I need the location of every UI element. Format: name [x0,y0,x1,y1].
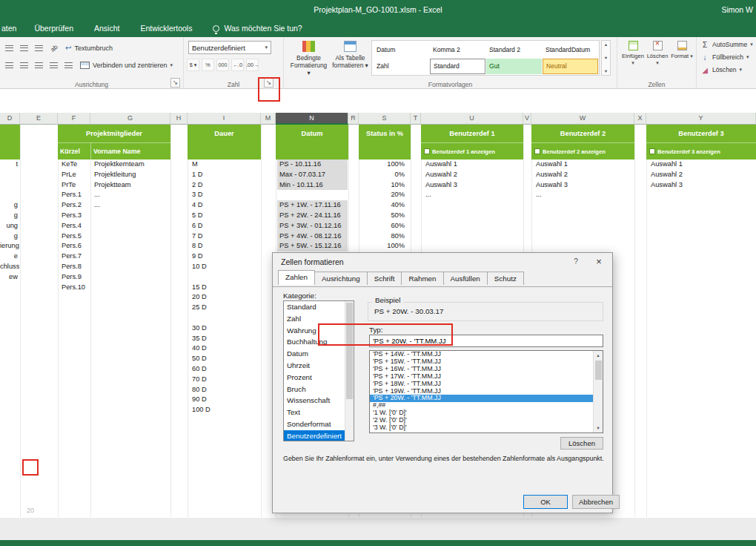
category-item[interactable]: Text [284,407,345,418]
col-header-e[interactable]: E [20,113,58,125]
cell[interactable]: 70 D [190,375,261,385]
cell[interactable]: ... [92,200,170,211]
col-header-d[interactable]: D [0,113,20,125]
ok-button[interactable]: OK [523,495,568,509]
dialog-tab[interactable]: Zahlen [278,270,315,285]
cell[interactable] [277,190,348,200]
cell[interactable]: g [0,200,19,211]
cell[interactable] [0,170,19,180]
align-left-icon[interactable] [3,59,16,71]
dialog-tab[interactable]: Ausfüllen [443,272,488,285]
cell[interactable]: 100% [359,241,408,251]
insert-cells-button[interactable]: Einfügen ▾ [621,41,645,66]
cell[interactable]: 60% [359,221,408,231]
cell[interactable]: e [0,251,19,262]
cell[interactable]: Min - 10.11.16 [277,180,348,191]
cell[interactable]: Auswahl 3 [423,180,523,191]
col-header-n-selected[interactable]: N [276,113,348,125]
cell[interactable]: Auswahl 3 [649,180,756,191]
cell[interactable]: Pers.8 [59,262,90,272]
col-header-y[interactable]: Y [646,113,756,125]
cell-style-chip[interactable]: Zahl [374,59,429,74]
cell[interactable]: 35 D [190,334,261,344]
account-name[interactable]: Simon W [721,0,753,19]
ribbon-tab[interactable]: aten [0,19,24,37]
datum-header[interactable]: Datum [276,125,348,142]
cell[interactable]: 10 D [190,262,261,272]
cell[interactable]: 6 D [190,221,261,231]
cell[interactable]: g [0,211,19,221]
cell-style-chip[interactable]: Gut [486,59,542,74]
cell[interactable]: 30 D [190,323,261,334]
cell[interactable]: chluss [0,262,19,272]
cell-style-chip[interactable]: Komma 2 [430,42,485,58]
cell[interactable]: 7 D [190,231,261,242]
help-icon[interactable]: ? [568,253,584,271]
benutzerdef2-header[interactable]: Benutzerdef 2 [531,125,634,142]
autosum-button[interactable]: Σ AutoSumme ▾ [700,39,756,50]
cell[interactable] [0,180,19,191]
cell[interactable]: Pers.10 [59,283,90,293]
cell[interactable]: ierung [0,241,19,251]
col-header-w[interactable]: W [531,113,634,125]
cell[interactable]: PS + 5W. - 15.12.16 [277,241,348,251]
cell[interactable]: 50 D [190,354,261,364]
conditional-formatting-button[interactable]: Bedingte Formatierung ▾ [288,39,329,84]
cell[interactable]: Auswahl 2 [534,170,634,180]
cell[interactable]: ung [0,221,19,231]
cell-style-chip[interactable]: Neutral [543,59,598,74]
cell[interactable]: Projektteam [92,180,170,191]
cell[interactable]: KeTe [59,159,90,170]
cell[interactable]: Pers.1 [59,190,90,200]
cell[interactable]: 2 D [190,180,261,191]
category-item[interactable]: Datum [284,348,345,360]
col-header-s[interactable]: S [359,113,411,125]
align-center-icon[interactable] [18,59,30,71]
cell-style-chip[interactable]: Datum [374,42,429,58]
delete-cells-button[interactable]: Löschen ▾ [646,41,669,66]
cell[interactable]: PS + 1W. - 17.11.16 [277,200,348,211]
category-scrollbar[interactable] [345,301,354,441]
cell[interactable]: 60 D [190,364,261,375]
kuerzel-header[interactable]: Kürzel [58,143,90,159]
category-item[interactable]: Benutzerdefiniert [284,430,345,441]
cell[interactable] [190,313,261,323]
category-item[interactable]: Standard [284,301,345,313]
cell[interactable]: 20% [359,190,408,200]
cell[interactable]: ... [92,190,170,200]
scroll-thumb[interactable] [595,361,602,380]
gallery-down-icon[interactable]: ▼ [604,56,608,60]
cell[interactable]: Pers.2 [59,200,90,211]
category-item[interactable]: Uhrzeit [284,360,345,372]
fill-button[interactable]: ↓ Füllbereich ▾ [700,52,756,62]
cell[interactable]: 25 D [190,303,261,313]
col-header-f[interactable]: F [58,113,90,125]
benutzerdef2-checkbox[interactable] [534,148,540,154]
cell[interactable]: Auswahl 1 [534,159,634,170]
dialog-tab[interactable]: Ausrichtung [314,272,368,285]
currency-format-icon[interactable]: $ ▾ [187,59,199,71]
col-header-r[interactable]: R [348,113,359,125]
scroll-thumb[interactable] [346,303,353,399]
increase-decimal-icon[interactable]: ←.0 [231,59,244,71]
cell[interactable]: ... [423,190,523,200]
delete-format-button[interactable]: Löschen [560,437,603,450]
category-item[interactable]: Wissenschaft [284,395,345,407]
format-scrollbar[interactable]: ▲ ▼ [593,351,603,432]
cell[interactable]: Auswahl 1 [649,159,756,170]
merge-center-button[interactable]: Verbinden und zentrieren ▾ [77,61,176,70]
col-header-i[interactable]: I [188,113,261,125]
cell[interactable]: 3 D [190,190,261,200]
alignment-dialog-launcher[interactable]: ↘ [170,78,180,88]
scroll-up-icon[interactable]: ▲ [594,351,603,360]
cell[interactable]: g [0,231,19,242]
cell[interactable]: 90 D [190,395,261,405]
format-cells-button[interactable]: Format ▾ [670,41,694,59]
cell[interactable]: 80 D [190,385,261,395]
cell[interactable]: Pers.5 [59,231,90,242]
cell[interactable]: PS + 2W. - 24.11.16 [277,211,348,221]
category-item[interactable]: Sonderformat [284,418,345,430]
cell[interactable]: PrTe [59,180,90,191]
cancel-button[interactable]: Abbrechen [572,495,620,509]
format-item[interactable]: '3 W. ['0' D]' [370,424,593,432]
